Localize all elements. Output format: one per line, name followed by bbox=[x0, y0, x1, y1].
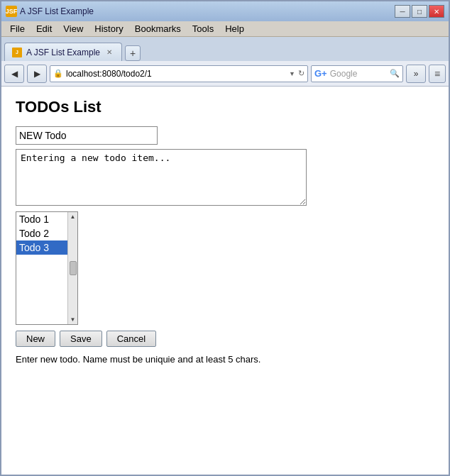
browser-tab[interactable]: J A JSF List Example ✕ bbox=[4, 43, 122, 61]
menu-edit[interactable]: Edit bbox=[31, 23, 57, 35]
tab-close-button[interactable]: ✕ bbox=[104, 48, 114, 57]
window-title: A JSF List Example bbox=[20, 6, 94, 16]
help-text: Enter new todo. Name must be uniquie and… bbox=[16, 354, 434, 365]
action-buttons: New Save Cancel bbox=[16, 331, 434, 347]
search-google-logo: G+ bbox=[314, 68, 327, 79]
page-content: TODOs List Entering a new todo item... T… bbox=[1, 87, 449, 475]
menu-bar: File Edit View History Bookmarks Tools H… bbox=[1, 21, 449, 37]
search-bar[interactable]: G+ Google 🔍 bbox=[311, 65, 403, 82]
list-item[interactable]: Todo 1 bbox=[16, 212, 67, 226]
scrollbar-up-arrow[interactable]: ▲ bbox=[70, 214, 76, 220]
menu-file[interactable]: File bbox=[4, 23, 31, 35]
url-dropdown-icon[interactable]: ▼ bbox=[289, 70, 295, 77]
nav-bar: ◀ ▶ 🔒 localhost:8080/todo2/1 ▼ ↻ G+ Goog… bbox=[1, 61, 449, 87]
tab-favicon: J bbox=[12, 48, 22, 57]
browser-icon: JSF bbox=[6, 6, 17, 17]
menu-tools[interactable]: Tools bbox=[187, 23, 219, 35]
menu-help[interactable]: Help bbox=[219, 23, 250, 35]
tab-bar: J A JSF List Example ✕ + bbox=[1, 37, 449, 61]
new-button[interactable]: New bbox=[16, 331, 55, 347]
page-title: TODOs List bbox=[16, 98, 434, 116]
title-bar: JSF A JSF List Example ─ □ ✕ bbox=[1, 1, 449, 21]
menu-button[interactable]: ≡ bbox=[429, 65, 446, 83]
forward-button[interactable]: ▶ bbox=[27, 65, 47, 83]
save-button[interactable]: Save bbox=[60, 331, 102, 347]
search-placeholder: Google bbox=[330, 69, 387, 79]
window-controls: ─ □ ✕ bbox=[395, 5, 444, 18]
menu-bookmarks[interactable]: Bookmarks bbox=[129, 23, 187, 35]
scrollbar-down-arrow[interactable]: ▼ bbox=[70, 316, 76, 323]
url-bar[interactable]: 🔒 localhost:8080/todo2/1 ▼ ↻ bbox=[50, 65, 308, 82]
todo-list-box: Todo 1 Todo 2 Todo 3 ▲ ▼ bbox=[16, 211, 78, 325]
tab-label: A JSF List Example bbox=[26, 48, 100, 57]
menu-history[interactable]: History bbox=[89, 23, 128, 35]
todo-description-input[interactable]: Entering a new todo item... bbox=[16, 149, 307, 206]
more-nav-button[interactable]: » bbox=[406, 65, 426, 83]
refresh-button[interactable]: ↻ bbox=[298, 69, 304, 78]
cancel-button[interactable]: Cancel bbox=[106, 331, 156, 347]
menu-view[interactable]: View bbox=[57, 23, 89, 35]
list-scrollbar: ▲ ▼ bbox=[67, 212, 77, 324]
back-button[interactable]: ◀ bbox=[4, 65, 24, 83]
url-security-icon: 🔒 bbox=[53, 69, 63, 78]
url-text: localhost:8080/todo2/1 bbox=[66, 69, 286, 79]
title-bar-left: JSF A JSF List Example bbox=[6, 6, 94, 17]
search-button[interactable]: 🔍 bbox=[390, 69, 400, 78]
scrollbar-thumb[interactable] bbox=[70, 261, 77, 275]
todo-list-items: Todo 1 Todo 2 Todo 3 bbox=[16, 212, 67, 324]
todo-name-input[interactable] bbox=[16, 126, 158, 145]
new-tab-button[interactable]: + bbox=[125, 45, 141, 61]
minimize-button[interactable]: ─ bbox=[395, 5, 410, 18]
list-item-selected[interactable]: Todo 3 bbox=[16, 240, 67, 255]
maximize-button[interactable]: □ bbox=[412, 5, 427, 18]
close-button[interactable]: ✕ bbox=[429, 5, 444, 18]
list-item[interactable]: Todo 2 bbox=[16, 226, 67, 240]
browser-window: JSF A JSF List Example ─ □ ✕ File Edit V… bbox=[0, 0, 450, 476]
